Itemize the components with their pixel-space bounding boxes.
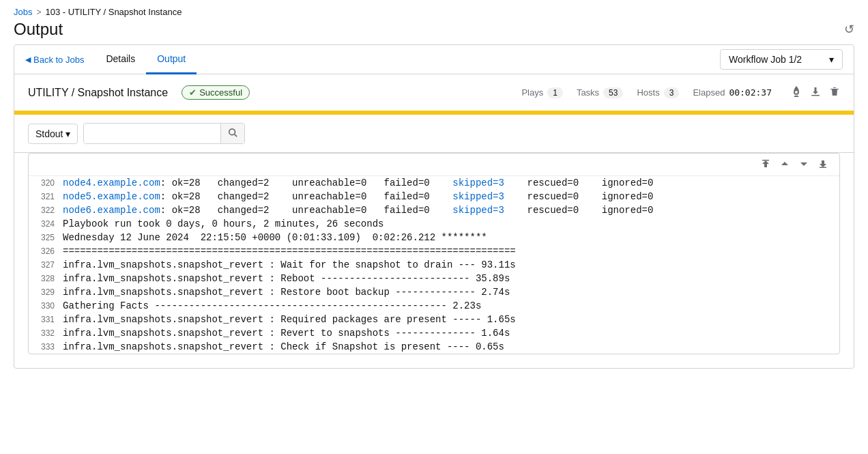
action-icons <box>791 86 840 100</box>
scroll-down-button[interactable] <box>796 158 812 171</box>
table-row: 327infra.lvm_snapshots.snapshot_revert :… <box>29 258 839 272</box>
output-wrapper: 320node4.example.com: ok=28 changed=2 un… <box>28 153 840 354</box>
job-name: UTILITY / Snapshot Instance <box>28 87 168 99</box>
output-content[interactable]: 320node4.example.com: ok=28 changed=2 un… <box>29 176 839 354</box>
history-icon[interactable]: ↺ <box>844 22 854 37</box>
stats-group: Plays 1 Tasks 53 Hosts 3 Elapsed 00:02:3… <box>521 87 772 98</box>
search-button[interactable] <box>220 124 244 143</box>
tab-output[interactable]: Output <box>146 45 197 74</box>
stdout-chevron-icon: ▾ <box>66 128 70 139</box>
line-content: Playbook run took 0 days, 0 hours, 2 min… <box>63 217 384 231</box>
trash-icon[interactable] <box>829 86 840 100</box>
tasks-stat: Tasks 53 <box>577 87 624 98</box>
line-number: 321 <box>29 190 63 203</box>
workflow-select-label: Workflow Job 1/2 <box>729 54 802 65</box>
table-row: 328infra.lvm_snapshots.snapshot_revert :… <box>29 272 839 285</box>
line-number: 328 <box>29 272 63 285</box>
line-number: 322 <box>29 203 63 217</box>
hosts-value: 3 <box>664 87 680 98</box>
line-content: Gathering Facts ------------------------… <box>63 299 481 313</box>
elapsed-label: Elapsed <box>693 87 725 98</box>
check-icon: ✔ <box>189 87 197 98</box>
table-row: 322node6.example.com: ok=28 changed=2 un… <box>29 203 839 217</box>
line-number: 325 <box>29 231 63 244</box>
svg-rect-3 <box>762 160 769 161</box>
line-content: infra.lvm_snapshots.snapshot_revert : Wa… <box>63 258 516 272</box>
stdout-label: Stdout <box>35 128 63 139</box>
table-row: 326=====================================… <box>29 244 839 258</box>
back-arrow-icon: ◀ <box>25 55 31 64</box>
status-badge: ✔ Successful <box>182 85 250 100</box>
search-box <box>83 123 245 144</box>
line-number: 330 <box>29 299 63 313</box>
output-toolbar: Stdout ▾ <box>14 115 854 153</box>
table-row: 333infra.lvm_snapshots.snapshot_revert :… <box>29 340 839 354</box>
workflow-job-select[interactable]: Workflow Job 1/2 ▾ <box>720 49 843 70</box>
plays-label: Plays <box>521 87 543 98</box>
page-wrapper: Jobs > 103 - UTILITY / Snapshot Instance… <box>0 0 868 454</box>
svg-line-2 <box>235 134 237 137</box>
elapsed-value: 00:02:37 <box>729 87 772 98</box>
table-row: 332infra.lvm_snapshots.snapshot_revert :… <box>29 326 839 340</box>
status-label: Successful <box>199 87 242 98</box>
line-number: 327 <box>29 258 63 272</box>
page-title: Output <box>14 20 63 39</box>
page-title-row: Output ↺ <box>14 20 854 44</box>
hosts-label: Hosts <box>637 87 659 98</box>
plays-value: 1 <box>547 87 563 98</box>
elapsed-stat: Elapsed 00:02:37 <box>693 87 772 98</box>
line-content: node4.example.com: ok=28 changed=2 unrea… <box>63 176 653 190</box>
line-content: Wednesday 12 June 2024 22:15:50 +0000 (0… <box>63 231 487 244</box>
back-to-jobs-label: Back to Jobs <box>33 55 84 65</box>
plays-stat: Plays 1 <box>521 87 562 98</box>
table-row: 331infra.lvm_snapshots.snapshot_revert :… <box>29 313 839 326</box>
svg-rect-4 <box>820 167 826 169</box>
tasks-value: 53 <box>603 87 623 98</box>
svg-rect-0 <box>811 95 820 96</box>
line-number: 320 <box>29 176 63 190</box>
line-content: node6.example.com: ok=28 changed=2 unrea… <box>63 203 653 217</box>
table-row: 321node5.example.com: ok=28 changed=2 un… <box>29 190 839 203</box>
download-icon[interactable] <box>810 86 821 100</box>
table-row: 325Wednesday 12 June 2024 22:15:50 +0000… <box>29 231 839 244</box>
line-content: node5.example.com: ok=28 changed=2 unrea… <box>63 190 653 203</box>
line-content: infra.lvm_snapshots.snapshot_revert : Re… <box>63 285 510 299</box>
scroll-controls <box>29 154 839 176</box>
line-content: ========================================… <box>63 244 516 258</box>
tasks-label: Tasks <box>577 87 599 98</box>
search-input[interactable] <box>84 124 220 143</box>
breadcrumb-jobs-link[interactable]: Jobs <box>14 7 32 17</box>
breadcrumb-current: 103 - UTILITY / Snapshot Instance <box>45 7 182 17</box>
line-content: infra.lvm_snapshots.snapshot_revert : Re… <box>63 326 510 340</box>
breadcrumb-separator: > <box>36 8 41 17</box>
table-row: 320node4.example.com: ok=28 changed=2 un… <box>29 176 839 190</box>
scroll-to-top-button[interactable] <box>757 158 774 171</box>
stdout-select[interactable]: Stdout ▾ <box>28 124 78 144</box>
tab-details[interactable]: Details <box>95 45 146 74</box>
chevron-down-icon: ▾ <box>829 54 834 65</box>
table-row: 324Playbook run took 0 days, 0 hours, 2 … <box>29 217 839 231</box>
line-content: infra.lvm_snapshots.snapshot_revert : Re… <box>63 272 510 285</box>
line-number: 326 <box>29 244 63 258</box>
line-number: 333 <box>29 340 63 354</box>
line-number: 324 <box>29 217 63 231</box>
svg-point-1 <box>229 129 235 135</box>
table-row: 329infra.lvm_snapshots.snapshot_revert :… <box>29 285 839 299</box>
rocket-icon[interactable] <box>791 86 802 100</box>
line-number: 331 <box>29 313 63 326</box>
line-content: infra.lvm_snapshots.snapshot_revert : Re… <box>63 313 516 326</box>
hosts-stat: Hosts 3 <box>637 87 679 98</box>
breadcrumb: Jobs > 103 - UTILITY / Snapshot Instance <box>14 7 854 17</box>
main-card: ◀ Back to Jobs Details Output Workflow J… <box>14 44 854 369</box>
line-content: infra.lvm_snapshots.snapshot_revert : Ch… <box>63 340 504 354</box>
line-number: 332 <box>29 326 63 340</box>
back-to-jobs-link[interactable]: ◀ Back to Jobs <box>25 46 95 73</box>
tab-nav: ◀ Back to Jobs Details Output Workflow J… <box>14 45 854 74</box>
search-icon <box>228 128 237 137</box>
table-row: 330Gathering Facts ---------------------… <box>29 299 839 313</box>
job-info-row: UTILITY / Snapshot Instance ✔ Successful… <box>14 74 854 111</box>
top-header: Jobs > 103 - UTILITY / Snapshot Instance… <box>0 0 868 44</box>
scroll-up-button[interactable] <box>777 158 793 171</box>
scroll-to-bottom-button[interactable] <box>815 158 831 171</box>
line-number: 329 <box>29 285 63 299</box>
